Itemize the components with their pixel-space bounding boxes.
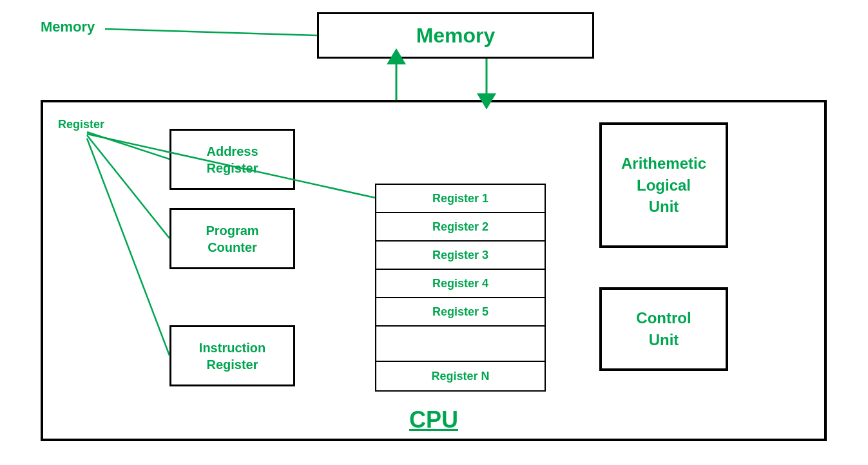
memory-box: Memory	[317, 12, 594, 59]
alu-box: Arithemetic Logical Unit	[599, 122, 728, 248]
program-counter-label: Program Counter	[206, 222, 258, 256]
registers-panel: Register 1 Register 2 Register 3 Registe…	[375, 184, 546, 392]
register-row-5: Register 5	[376, 298, 545, 327]
register-row-2: Register 2	[376, 213, 545, 242]
memory-box-label: Memory	[416, 24, 496, 48]
cpu-label: CPU	[409, 406, 458, 433]
register-row-n: Register N	[376, 362, 545, 390]
register-row-empty	[376, 327, 545, 362]
register-annotation: Register	[58, 118, 104, 131]
control-unit-label: Control Unit	[636, 307, 691, 350]
address-register-label: Address Register	[206, 143, 258, 176]
address-register-box: Address Register	[169, 129, 295, 190]
diagram-container: Memory Memory CPU Register Address Regis…	[0, 0, 868, 465]
svg-line-3	[105, 29, 317, 35]
program-counter-box: Program Counter	[169, 208, 295, 269]
memory-annotation-label: Memory	[41, 19, 95, 35]
instruction-register-label: Instruction Register	[199, 339, 265, 373]
alu-label: Arithemetic Logical Unit	[621, 153, 706, 218]
instruction-register-box: Instruction Register	[169, 325, 295, 386]
control-unit-box: Control Unit	[599, 287, 728, 371]
register-row-3: Register 3	[376, 242, 545, 270]
register-row-4: Register 4	[376, 270, 545, 298]
register-row-1: Register 1	[376, 185, 545, 213]
